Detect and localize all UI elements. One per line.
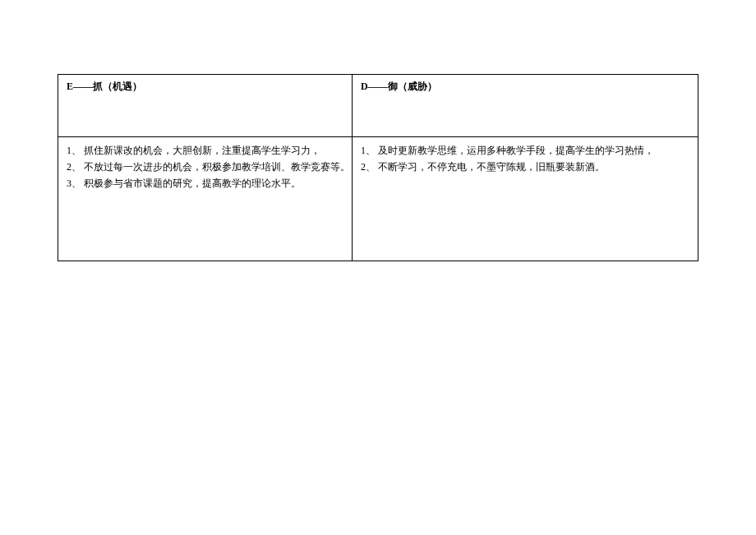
list-item: 1、 及时更新教学思维，运用多种教学手段，提高学生的学习热情，: [361, 142, 689, 159]
table-header-row: E——抓（机遇） D——御（威胁）: [58, 75, 698, 137]
header-text-threat: D——御（威胁）: [361, 81, 437, 92]
content-cell-right: 1、 及时更新教学思维，运用多种教学手段，提高学生的学习热情， 2、 不断学习，…: [353, 137, 698, 261]
list-item: 3、 积极参与省市课题的研究，提高教学的理论水平。: [67, 175, 343, 191]
header-text-opportunity: E——抓（机遇）: [67, 81, 142, 92]
list-item: 2、 不断学习，不停充电，不墨守陈规，旧瓶要装新酒。: [361, 159, 689, 175]
analysis-table: E——抓（机遇） D——御（威胁） 1、 抓住新课改的机会，大胆创新，注重提高学…: [58, 74, 698, 261]
header-cell-right: D——御（威胁）: [353, 75, 698, 136]
list-item: 1、 抓住新课改的机会，大胆创新，注重提高学生学习力，: [67, 142, 343, 159]
content-cell-left: 1、 抓住新课改的机会，大胆创新，注重提高学生学习力， 2、 不放过每一次进步的…: [58, 137, 353, 261]
list-item: 2、 不放过每一次进步的机会，积极参加教学培训、教学竞赛等。: [67, 159, 343, 175]
table-content-row: 1、 抓住新课改的机会，大胆创新，注重提高学生学习力， 2、 不放过每一次进步的…: [58, 137, 698, 261]
header-cell-left: E——抓（机遇）: [58, 75, 353, 136]
